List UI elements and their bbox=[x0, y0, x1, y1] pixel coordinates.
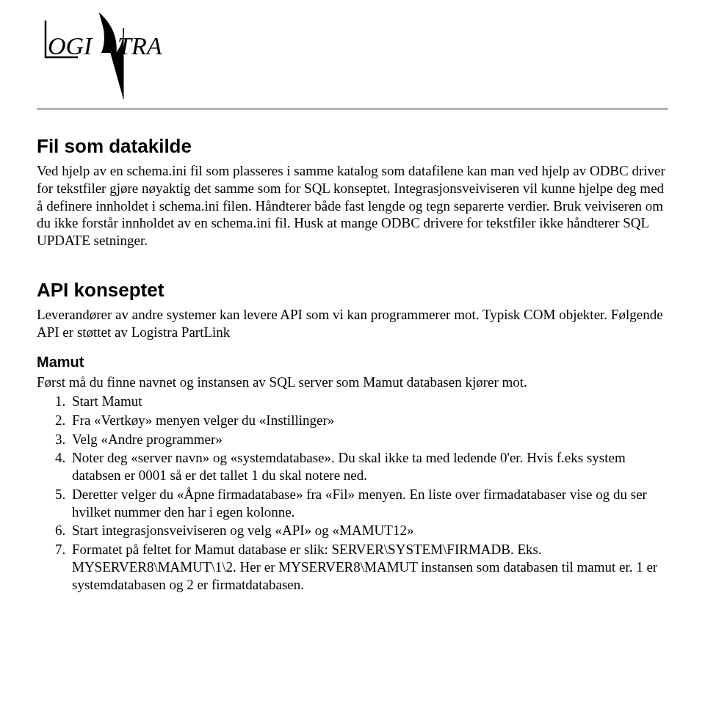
list-item: Start integrasjonsveiviseren og velg «AP… bbox=[69, 522, 668, 539]
list-item: Formatet på feltet for Mamut database er… bbox=[69, 541, 668, 593]
paragraph-mamut-intro: Først må du finne navnet og instansen av… bbox=[37, 374, 668, 391]
paragraph-fil-body: Ved hjelp av en schema.ini fil som plass… bbox=[37, 162, 668, 250]
list-item: Start Mamut bbox=[69, 393, 668, 410]
heading-fil-som-datakilde: Fil som datakilde bbox=[37, 135, 668, 158]
list-item: Noter deg «server navn» og «systemdataba… bbox=[69, 449, 668, 484]
logo: OGI TRA bbox=[37, 0, 668, 109]
svg-text:OGI: OGI bbox=[48, 32, 93, 59]
paragraph-api-body: Leverandører av andre systemer kan lever… bbox=[37, 306, 668, 341]
heading-api-konseptet: API konseptet bbox=[37, 279, 668, 302]
logistra-logo-icon: OGI TRA bbox=[37, 7, 184, 103]
divider bbox=[37, 109, 668, 109]
svg-text:TRA: TRA bbox=[118, 32, 162, 59]
heading-mamut: Mamut bbox=[37, 354, 668, 371]
list-item: Deretter velger du «Åpne firmadatabase» … bbox=[69, 486, 668, 521]
list-item: Fra «Vertkøy» menyen velger du «Instilli… bbox=[69, 412, 668, 429]
mamut-steps-list: Start Mamut Fra «Vertkøy» menyen velger … bbox=[37, 393, 668, 593]
list-item: Velg «Andre programmer» bbox=[69, 431, 668, 448]
